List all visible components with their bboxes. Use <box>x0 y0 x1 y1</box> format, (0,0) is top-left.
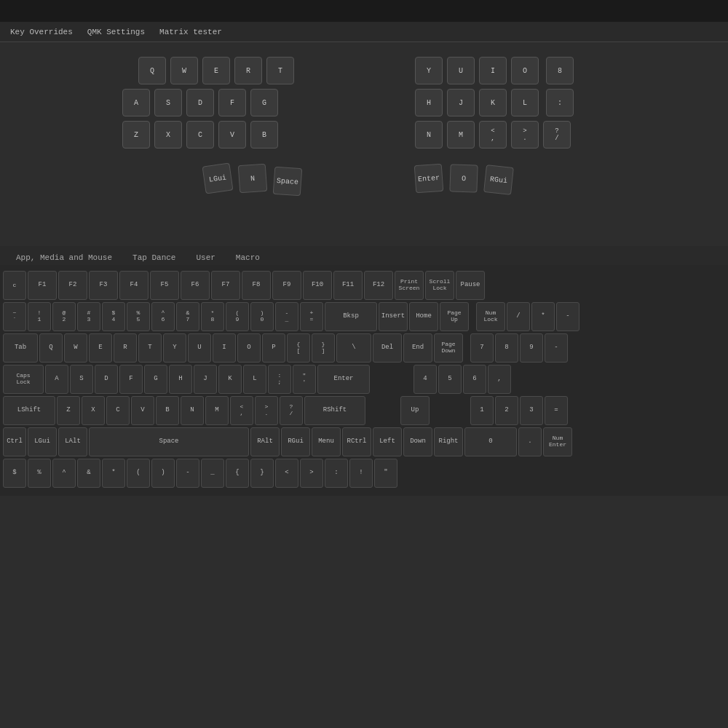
key-j-full[interactable]: J <box>194 365 217 394</box>
key-t[interactable]: T <box>266 57 294 84</box>
key-quote[interactable]: "' <box>293 365 316 394</box>
key-d[interactable]: D <box>186 89 214 116</box>
key-rgui-full[interactable]: RGui <box>281 427 310 456</box>
key-backslash[interactable]: \ <box>336 333 371 363</box>
key-z[interactable]: Z <box>122 121 150 149</box>
key-insert[interactable]: Insert <box>379 302 408 331</box>
key-lt-comma[interactable]: <, <box>230 396 253 425</box>
key-end[interactable]: End <box>403 333 432 363</box>
key-slash[interactable]: ?/ <box>543 121 571 149</box>
key-8-num[interactable]: *8 <box>201 302 224 331</box>
key-caps-lock[interactable]: CapsLock <box>3 365 44 394</box>
key-num-5[interactable]: 5 <box>438 365 462 394</box>
key-print-screen[interactable]: PrintScreen <box>395 271 424 300</box>
key-sym-exclaim[interactable]: ! <box>349 459 373 488</box>
key-page-up[interactable]: PageUp <box>440 302 469 331</box>
key-k[interactable]: K <box>479 89 507 116</box>
menu-matrix-tester[interactable]: Matrix tester <box>152 25 229 39</box>
key-9[interactable]: (9 <box>226 302 249 331</box>
key-x-full[interactable]: X <box>82 396 105 425</box>
key-sym-star[interactable]: * <box>102 459 125 488</box>
key-semicolon[interactable]: :; <box>268 365 291 394</box>
key-n-thumb[interactable]: N <box>238 164 268 194</box>
key-f12[interactable]: F12 <box>364 271 393 300</box>
key-num-enter[interactable]: NumEnter <box>543 427 572 456</box>
key-sym-caret[interactable]: ^ <box>52 459 76 488</box>
key-num-dot[interactable]: . <box>518 427 542 456</box>
key-sym-minus[interactable]: - <box>176 459 199 488</box>
key-f8[interactable]: F8 <box>242 271 271 300</box>
key-u[interactable]: U <box>447 57 475 84</box>
key-num-8[interactable]: 8 <box>495 333 518 363</box>
key-f1[interactable]: F1 <box>28 271 57 300</box>
key-pause[interactable]: Pause <box>456 271 485 300</box>
key-num-3[interactable]: 3 <box>520 396 543 425</box>
key-sym-colon[interactable]: : <box>325 459 348 488</box>
key-backspace[interactable]: Bksp <box>325 302 377 331</box>
key-l[interactable]: L <box>511 89 539 116</box>
key-f[interactable]: F <box>218 89 246 116</box>
key-delete[interactable]: Del <box>373 333 402 363</box>
key-comma[interactable]: <, <box>479 121 507 149</box>
key-qmark-slash[interactable]: ?/ <box>280 396 303 425</box>
key-l-full[interactable]: L <box>243 365 266 394</box>
key-g[interactable]: G <box>250 89 278 116</box>
key-1[interactable]: !1 <box>28 302 51 331</box>
key-lshift[interactable]: LShift <box>3 396 55 425</box>
key-rshift[interactable]: RShift <box>304 396 365 425</box>
key-6[interactable]: ^6 <box>151 302 175 331</box>
key-num-4[interactable]: 4 <box>414 365 437 394</box>
key-f10[interactable]: F10 <box>303 271 332 300</box>
key-num-1[interactable]: 1 <box>470 396 494 425</box>
key-n-full[interactable]: N <box>181 396 204 425</box>
key-sym-open-brace[interactable]: { <box>226 459 249 488</box>
key-esc[interactable]: c <box>3 271 26 300</box>
key-c[interactable]: C <box>186 121 214 149</box>
tab-macro[interactable]: Macro <box>227 250 269 265</box>
key-f3[interactable]: F3 <box>89 271 118 300</box>
key-right[interactable]: Right <box>434 427 463 456</box>
key-7[interactable]: &7 <box>176 302 199 331</box>
key-menu[interactable]: Menu <box>312 427 341 456</box>
key-num-6[interactable]: 6 <box>463 365 486 394</box>
key-v[interactable]: V <box>218 121 246 149</box>
key-num-minus2[interactable]: - <box>545 333 568 363</box>
key-f5[interactable]: F5 <box>150 271 179 300</box>
key-x[interactable]: X <box>154 121 182 149</box>
key-lalt[interactable]: LAlt <box>58 427 87 456</box>
key-equals[interactable]: += <box>300 302 323 331</box>
key-w-full[interactable]: W <box>64 333 87 363</box>
key-e-full[interactable]: E <box>89 333 112 363</box>
key-y-full[interactable]: Y <box>163 333 186 363</box>
key-f4[interactable]: F4 <box>119 271 149 300</box>
key-num-lock[interactable]: NumLock <box>476 302 505 331</box>
key-num-9[interactable]: 9 <box>520 333 543 363</box>
key-i[interactable]: I <box>479 57 507 84</box>
key-close-bracket[interactable]: }] <box>312 333 335 363</box>
key-f7[interactable]: F7 <box>211 271 240 300</box>
key-f6[interactable]: F6 <box>181 271 210 300</box>
key-s-full[interactable]: S <box>70 365 93 394</box>
key-g-full[interactable]: G <box>144 365 167 394</box>
key-space-full[interactable]: Space <box>89 427 249 456</box>
key-p-full[interactable]: P <box>262 333 285 363</box>
key-t-full[interactable]: T <box>138 333 162 363</box>
key-sym-dollar[interactable]: $ <box>3 459 26 488</box>
key-h[interactable]: H <box>415 89 443 116</box>
key-q[interactable]: Q <box>138 57 166 84</box>
key-num-2[interactable]: 2 <box>495 396 518 425</box>
key-sym-amp[interactable]: & <box>77 459 100 488</box>
key-sym-percent[interactable]: % <box>28 459 51 488</box>
key-sym-underscore[interactable]: _ <box>201 459 224 488</box>
key-num-equals[interactable]: = <box>545 396 568 425</box>
key-3[interactable]: #3 <box>77 302 100 331</box>
key-8[interactable]: 8 <box>546 57 574 84</box>
key-q-full[interactable]: Q <box>39 333 63 363</box>
key-home[interactable]: Home <box>409 302 438 331</box>
menu-qmk-settings[interactable]: QMK Settings <box>80 25 152 39</box>
key-j[interactable]: J <box>447 89 475 116</box>
key-open-bracket[interactable]: {[ <box>287 333 310 363</box>
key-rgui[interactable]: RGui <box>483 165 514 195</box>
key-sym-close-paren[interactable]: ) <box>151 459 175 488</box>
key-d-full[interactable]: D <box>95 365 118 394</box>
